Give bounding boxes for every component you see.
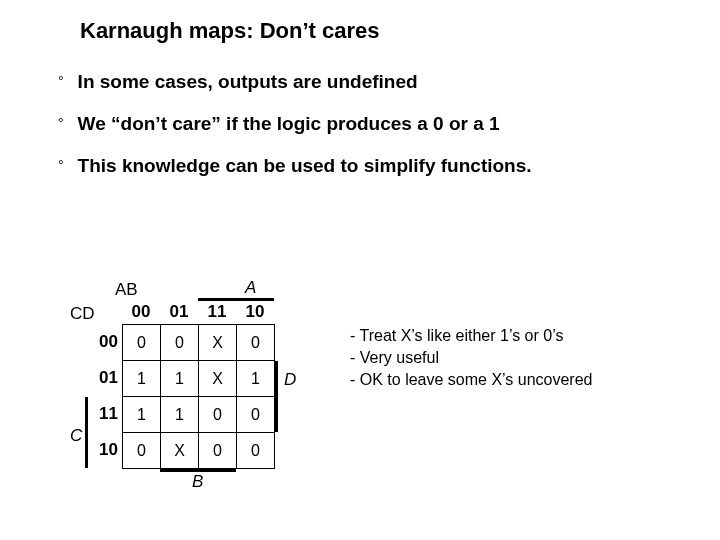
kmap-cell: 0 bbox=[161, 325, 199, 361]
kmap-col-header: 10 bbox=[236, 302, 274, 322]
slide-title: Karnaugh maps: Don’t cares bbox=[80, 18, 380, 44]
kmap-cell: 0 bbox=[199, 397, 237, 433]
note-line: - Very useful bbox=[350, 347, 593, 369]
kmap-cell: 0 bbox=[123, 433, 161, 469]
kmap-cell: X bbox=[161, 433, 199, 469]
kmap-cell: X bbox=[199, 361, 237, 397]
kmap-label-b: B bbox=[192, 472, 203, 492]
kmap-col-header: 00 bbox=[122, 302, 160, 322]
kmap-row-header: 10 bbox=[94, 432, 118, 468]
kmap-cell: 0 bbox=[237, 325, 275, 361]
kmap-label-cd: CD bbox=[70, 304, 95, 324]
kmap-cell: 1 bbox=[123, 397, 161, 433]
bullet-item: ° We “don’t care” if the logic produces … bbox=[58, 112, 678, 136]
notes-block: - Treat X’s like either 1’s or 0’s - Ver… bbox=[350, 325, 593, 391]
kmap-bar-a bbox=[198, 298, 274, 301]
bullet-text: In some cases, outputs are undefined bbox=[78, 70, 418, 94]
kmap-bar-c bbox=[85, 397, 88, 468]
kmap-bar-d bbox=[275, 361, 278, 432]
kmap-cell: 0 bbox=[199, 433, 237, 469]
kmap-col-header: 01 bbox=[160, 302, 198, 322]
kmap-label-c: C bbox=[70, 426, 82, 446]
bullet-circle-icon: ° bbox=[58, 154, 64, 176]
bullet-list: ° In some cases, outputs are undefined °… bbox=[58, 70, 678, 196]
kmap-cell: 0 bbox=[237, 397, 275, 433]
kmap-grid: 0 0 X 0 1 1 X 1 1 1 0 0 0 X 0 0 bbox=[122, 324, 275, 469]
kmap-col-header: 11 bbox=[198, 302, 236, 322]
bullet-text: This knowledge can be used to simplify f… bbox=[78, 154, 532, 178]
kmap-cell: 1 bbox=[123, 361, 161, 397]
note-line: - OK to leave some X’s uncovered bbox=[350, 369, 593, 391]
kmap-cell: 0 bbox=[237, 433, 275, 469]
note-line: - Treat X’s like either 1’s or 0’s bbox=[350, 325, 593, 347]
bullet-circle-icon: ° bbox=[58, 112, 64, 134]
kmap-cell: X bbox=[199, 325, 237, 361]
kmap-cell: 0 bbox=[123, 325, 161, 361]
kmap-row-header: 11 bbox=[94, 396, 118, 432]
kmap-cell: 1 bbox=[161, 361, 199, 397]
kmap-label-d: D bbox=[284, 370, 296, 390]
bullet-circle-icon: ° bbox=[58, 70, 64, 92]
kmap-label-a: A bbox=[245, 278, 256, 298]
kmap-col-headers: 00 01 11 10 bbox=[122, 302, 274, 322]
kmap-label-ab: AB bbox=[115, 280, 138, 300]
bullet-text: We “don’t care” if the logic produces a … bbox=[78, 112, 500, 136]
bullet-item: ° In some cases, outputs are undefined bbox=[58, 70, 678, 94]
kmap-cell: 1 bbox=[161, 397, 199, 433]
kmap-row-headers: 00 01 11 10 bbox=[94, 324, 118, 468]
bullet-item: ° This knowledge can be used to simplify… bbox=[58, 154, 678, 178]
kmap-row-header: 01 bbox=[94, 360, 118, 396]
kmap-row-header: 00 bbox=[94, 324, 118, 360]
kmap-cell: 1 bbox=[237, 361, 275, 397]
